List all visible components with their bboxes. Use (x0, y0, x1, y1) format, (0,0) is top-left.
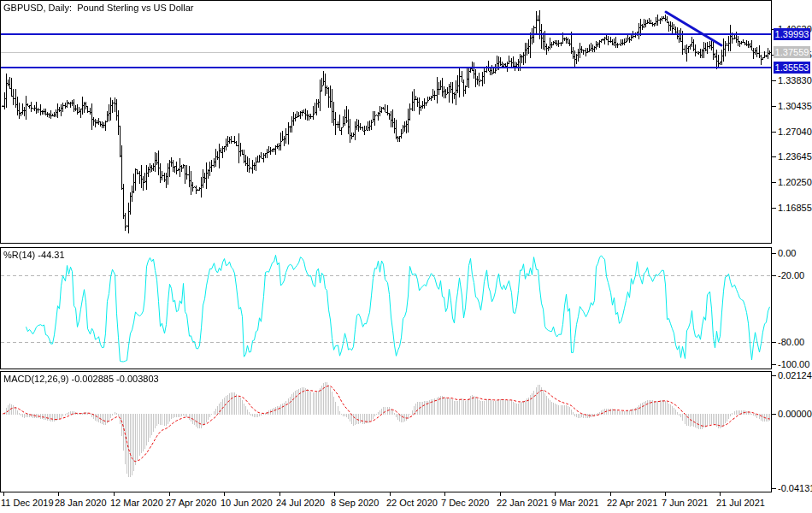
date-tick-mark (114, 492, 115, 496)
date-label: 28 Jan 2020 (55, 498, 107, 508)
macd-name: MACD(12,26,9) (3, 374, 68, 384)
axis-tick-label: 0.021244 (778, 370, 812, 380)
date-tick-mark (279, 492, 280, 496)
axis-tick-mark (772, 80, 776, 81)
date-label: 10 Jun 2020 (221, 498, 273, 508)
date-label: 11 Dec 2019 (1, 498, 54, 508)
axis-tick-mark (772, 208, 776, 209)
date-label: 9 Mar 2021 (551, 498, 599, 508)
axis-tick-mark (772, 106, 776, 107)
main-price-panel: GBPUSD, Daily: Pound Sterling vs US Doll… (0, 0, 772, 244)
level-price-badge: 1.39993 (774, 28, 810, 40)
macd-value: -0.002885 -0.003803 (71, 374, 158, 384)
panel-divider[interactable] (0, 244, 772, 247)
date-tick-mark (169, 492, 170, 496)
macd-header: MACD(12,26,9) -0.002885 -0.003803 (3, 374, 159, 384)
date-tick-mark (444, 492, 445, 496)
date-tick-mark (500, 492, 501, 496)
date-label: 8 Sep 2020 (331, 498, 379, 508)
date-label: 22 Apr 2021 (607, 498, 657, 508)
williams-r-name: %R(14) (3, 250, 35, 260)
date-label: 12 Mar 2020 (110, 498, 163, 508)
axis-tick-mark (772, 275, 776, 276)
date-label: 7 Dec 2020 (441, 498, 489, 508)
axis-tick-mark (772, 375, 776, 376)
williams-r-value: -44.31 (38, 250, 64, 260)
axis-tick-label: 1.16855 (778, 203, 812, 213)
axis-tick-label: 1.30435 (778, 101, 812, 111)
axis-tick-label: -80.00 (778, 337, 804, 347)
williams-r-panel: %R(14) -44.31 (0, 247, 772, 369)
williams-r-canvas[interactable] (1, 248, 771, 369)
axis-tick-mark (772, 156, 776, 157)
williams-r-header: %R(14) -44.31 (3, 250, 65, 260)
bid-price-badge: 1.37559 (774, 46, 810, 58)
date-label: 7 Jun 2021 (662, 498, 708, 508)
axis-tick-label: 1.23645 (778, 151, 812, 162)
macd-canvas[interactable] (1, 372, 771, 492)
axis-tick-mark (772, 253, 776, 254)
axis-tick-mark (772, 182, 776, 183)
date-tick-mark (3, 492, 4, 496)
date-label: 24 Jul 2020 (276, 498, 325, 508)
date-label: 22 Oct 2020 (386, 498, 438, 508)
price-chart-canvas[interactable] (1, 1, 771, 243)
axis-tick-label: 1.27040 (778, 127, 812, 137)
price-axis[interactable]: 1.39993 1.37559 1.35553 1.406201.372251.… (772, 0, 812, 492)
axis-tick-label: 1.33830 (778, 75, 812, 86)
panel-divider[interactable] (0, 369, 772, 371)
axis-tick-label: 0.000000 (778, 409, 812, 419)
date-tick-mark (334, 492, 335, 496)
date-tick-mark (555, 492, 556, 496)
date-tick-mark (390, 492, 391, 496)
axis-tick-mark (772, 488, 776, 489)
axis-tick-label: 0.00 (778, 248, 796, 258)
chart-title: GBPUSD, Daily: Pound Sterling vs US Doll… (3, 3, 194, 13)
date-label: 22 Jan 2021 (497, 498, 549, 508)
time-axis[interactable]: 11 Dec 201928 Jan 202012 Mar 202027 Apr … (0, 492, 772, 513)
axis-tick-mark (772, 414, 776, 415)
axis-tick-label: -0.041317 (778, 483, 812, 493)
axis-tick-mark (772, 342, 776, 343)
date-label: 21 Jul 2021 (716, 498, 765, 508)
date-tick-mark (58, 492, 59, 496)
level-price-badge: 1.35553 (774, 62, 810, 74)
axis-tick-label: 1.20250 (778, 177, 812, 187)
macd-panel: MACD(12,26,9) -0.002885 -0.003803 (0, 371, 772, 492)
date-tick-mark (224, 492, 225, 496)
chart-window: GBPUSD, Daily: Pound Sterling vs US Doll… (0, 0, 812, 513)
axis-tick-mark (772, 132, 776, 133)
date-tick-mark (610, 492, 611, 496)
date-label: 27 Apr 2020 (166, 498, 216, 508)
date-tick-mark (720, 492, 721, 496)
axis-tick-label: -20.00 (778, 270, 804, 280)
axis-tick-label: -100.00 (778, 359, 809, 369)
date-tick-mark (665, 492, 666, 496)
axis-tick-mark (772, 364, 776, 365)
